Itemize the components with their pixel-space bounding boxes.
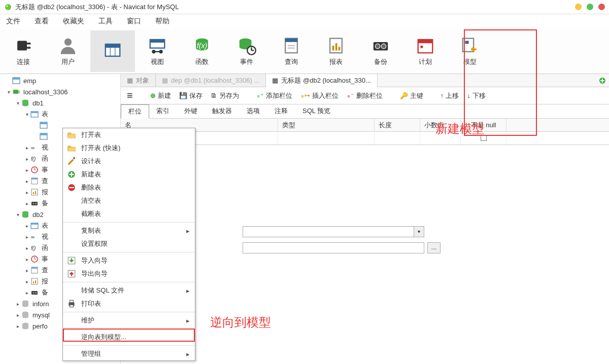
toolbar-plug[interactable]: 连接 — [1, 30, 46, 72]
primary-key-button[interactable]: 🔑主键 — [397, 90, 426, 101]
tree-caret-icon[interactable]: ▾ — [15, 212, 20, 217]
context-menu-item[interactable]: 设置权限 — [63, 237, 195, 250]
tree-caret-icon[interactable]: ▸ — [15, 312, 20, 318]
toolbar-schedule[interactable]: 计划 — [403, 30, 448, 72]
svg-rect-36 — [465, 41, 469, 44]
design-icon — [67, 157, 76, 166]
hamburger-button[interactable]: ≡ — [124, 89, 136, 102]
tab-label: 无标题 @db2 (localhost_330... — [281, 76, 371, 85]
property-combo[interactable]: ▾ — [243, 226, 424, 237]
tree-caret-icon[interactable]: ▸ — [24, 245, 29, 251]
insert-column-button[interactable]: ∘↦插入栏位 — [297, 90, 342, 101]
tree-caret-icon[interactable]: ▸ — [24, 234, 29, 240]
context-menu-item[interactable]: 清空表 — [63, 194, 195, 207]
context-menu-item[interactable]: 删除表 — [63, 181, 195, 194]
property-text[interactable] — [243, 242, 424, 253]
designer-tab[interactable]: 选项 — [240, 104, 267, 118]
menu-view[interactable]: 查看 — [35, 17, 49, 26]
tree-caret-icon[interactable]: ▸ — [24, 268, 29, 273]
tree-caret-icon[interactable]: ▸ — [24, 257, 29, 262]
tree-caret-icon[interactable]: ▸ — [24, 145, 29, 151]
maximize-button[interactable] — [587, 4, 593, 10]
new-button[interactable]: ⊕新建 — [147, 90, 174, 101]
tree-caret-icon[interactable]: ▸ — [24, 190, 29, 195]
context-menu-item[interactable]: 复制表▸ — [63, 224, 195, 237]
menu-window[interactable]: 窗口 — [127, 17, 141, 26]
tree-caret-icon[interactable]: ▸ — [15, 301, 20, 307]
context-menu-item[interactable]: 导出向导 — [63, 267, 195, 280]
designer-tab[interactable]: 注释 — [267, 104, 295, 118]
context-menu-item[interactable]: 设计表 — [63, 155, 195, 168]
context-menu-item[interactable]: 转储 SQL 文件▸ — [63, 284, 195, 297]
tree-label: perfo — [32, 322, 48, 330]
tree-item[interactable]: ▾db1 — [0, 97, 120, 108]
move-up-button[interactable]: ↑上移 — [437, 90, 462, 101]
context-menu-item[interactable]: 打印表 — [63, 297, 195, 310]
delete-column-button[interactable]: ∘⁻删除栏位 — [344, 90, 386, 101]
context-menu-item[interactable]: 打开表 (快速) — [63, 141, 195, 155]
toolbar-user[interactable]: 用户 — [46, 30, 90, 72]
context-menu-item[interactable]: 导入向导 — [63, 254, 195, 267]
bkp-icon — [30, 199, 39, 207]
context-menu-item[interactable]: 管理组▸ — [63, 347, 195, 360]
tree-caret-icon[interactable]: ▸ — [24, 223, 29, 229]
tree-item[interactable]: ▾localhost_3306 — [0, 86, 120, 97]
add-column-button[interactable]: ∘⁺添加栏位 — [253, 90, 295, 101]
col-null-header[interactable]: 不是 null — [461, 119, 506, 131]
designer-tab[interactable]: 外键 — [177, 104, 205, 118]
designer-tab[interactable]: SQL 预览 — [295, 104, 338, 118]
qry-icon — [30, 177, 39, 185]
open-icon — [67, 130, 76, 139]
chevron-down-icon[interactable]: ▾ — [414, 227, 424, 237]
tree-caret-icon[interactable]: ▸ — [24, 156, 29, 162]
minimize-button[interactable] — [575, 4, 582, 10]
designer-tab[interactable]: 栏位 — [121, 104, 149, 119]
tree-item[interactable]: emp — [0, 75, 120, 86]
designer-tab[interactable]: 索引 — [149, 104, 177, 118]
tree-caret-icon[interactable]: ▸ — [15, 323, 20, 329]
move-down-button[interactable]: ↓下移 — [464, 90, 489, 101]
context-menu-item[interactable]: 逆向表到模型... — [63, 331, 195, 344]
tree-item[interactable]: ▾表 — [0, 108, 120, 120]
toolbar-clock[interactable]: 事件 — [224, 30, 269, 72]
context-menu-item[interactable]: 截断表 — [63, 207, 195, 221]
editor-tab[interactable]: ▦无标题 @db2 (localhost_330... — [266, 74, 378, 87]
db-g-icon — [21, 300, 29, 308]
menu-help[interactable]: 帮助 — [155, 17, 170, 26]
toolbar-table[interactable] — [90, 30, 135, 72]
tree-caret-icon[interactable]: ▸ — [24, 178, 29, 184]
tree-caret-icon[interactable]: ▸ — [24, 201, 29, 206]
tree-caret-icon[interactable]: ▾ — [6, 89, 11, 95]
editor-tab[interactable]: ▦dep @db1 (localhost_3306) ... — [156, 74, 266, 87]
toolbar-view[interactable]: 视图 — [135, 30, 180, 72]
col-dec-header[interactable]: 小数点 — [420, 119, 461, 131]
col-len-header[interactable]: 长度 — [375, 119, 420, 131]
browse-button[interactable]: ... — [427, 242, 441, 253]
toolbar-label: 用户 — [61, 57, 75, 66]
toolbar-query[interactable]: 查询 — [269, 30, 314, 72]
tree-caret-icon[interactable]: ▸ — [24, 167, 29, 173]
context-menu-item[interactable]: 维护▸ — [63, 314, 195, 327]
tree-caret-icon[interactable]: ▾ — [24, 112, 29, 117]
context-menu-item[interactable]: 打开表 — [63, 128, 195, 141]
title-bar: 无标题 @db2 (localhost_3306) - 表 - Navicat … — [0, 0, 609, 14]
tree-caret-icon[interactable]: ▸ — [24, 279, 29, 284]
add-tab-button[interactable] — [596, 74, 609, 87]
context-menu-item[interactable]: 新建表 — [63, 168, 195, 181]
col-type-header[interactable]: 类型 — [278, 119, 375, 131]
menu-tools[interactable]: 工具 — [98, 17, 113, 26]
toolbar-model[interactable]: 模型 — [448, 30, 492, 72]
menu-file[interactable]: 文件 — [6, 17, 20, 26]
editor-tab[interactable]: ▦对象 — [121, 74, 156, 87]
designer-tab[interactable]: 触发器 — [205, 104, 240, 118]
save-button[interactable]: 💾保存 — [176, 90, 206, 101]
close-button[interactable] — [598, 4, 605, 10]
tree-caret-icon[interactable]: ▸ — [24, 290, 29, 296]
toolbar-fx[interactable]: f(x)函数 — [180, 30, 224, 72]
notnull-checkbox[interactable] — [481, 135, 487, 141]
menu-favorites[interactable]: 收藏夹 — [63, 17, 84, 26]
toolbar-report[interactable]: 报表 — [314, 30, 358, 72]
toolbar-backup[interactable]: 备份 — [358, 30, 403, 72]
tree-caret-icon[interactable]: ▾ — [15, 100, 20, 106]
saveas-button[interactable]: 🗎另存为 — [208, 90, 242, 101]
